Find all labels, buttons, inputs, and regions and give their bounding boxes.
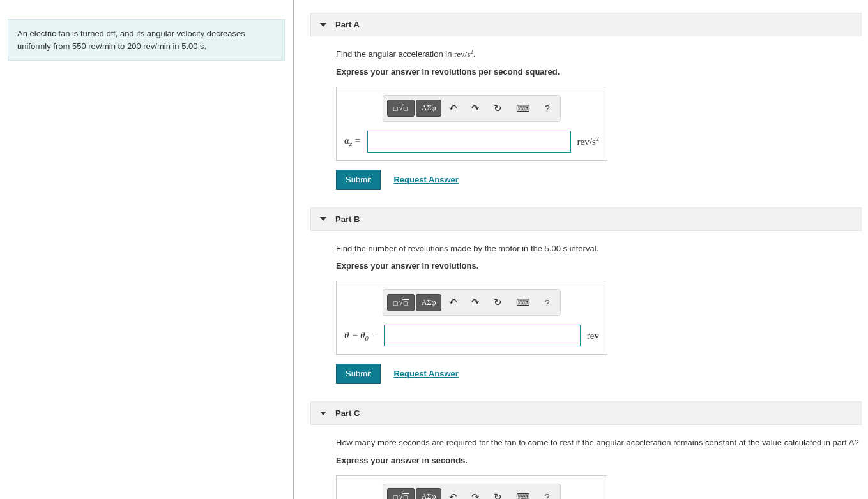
submit-button[interactable]: Submit (336, 170, 381, 190)
part-a-input[interactable] (367, 131, 571, 153)
greek-button[interactable]: ΑΣφ (416, 488, 442, 499)
chevron-down-icon (320, 412, 326, 415)
part-b: Part B Find the number of revolutions ma… (310, 207, 862, 384)
keyboard-button[interactable]: ⌨ (510, 294, 537, 311)
request-answer-link[interactable]: Request Answer (393, 175, 458, 184)
help-button[interactable]: ? (538, 294, 556, 311)
part-b-title: Part B (335, 214, 360, 224)
part-c-header[interactable]: Part C (310, 401, 862, 425)
part-b-unit: rev (587, 331, 599, 341)
part-b-header[interactable]: Part B (310, 207, 862, 231)
part-a-question: Find the angular acceleration in rev/s2. (336, 48, 862, 61)
part-a-title: Part A (335, 20, 360, 29)
templates-button[interactable]: ▢√▢ (387, 294, 415, 311)
part-c-instruction: Express your answer in seconds. (336, 456, 862, 465)
parts-panel: Part A Find the angular acceleration in … (294, 0, 868, 499)
redo-button[interactable]: ↷ (465, 488, 486, 499)
part-b-question: Find the number of revolutions made by t… (336, 242, 862, 255)
part-b-instruction: Express your answer in revolutions. (336, 261, 862, 271)
reset-button[interactable]: ↻ (487, 488, 508, 499)
greek-button[interactable]: ΑΣφ (416, 294, 442, 311)
chevron-down-icon (320, 217, 326, 221)
part-c-title: Part C (335, 408, 360, 418)
reset-button[interactable]: ↻ (487, 100, 508, 117)
part-c-question: How many more seconds are required for t… (336, 436, 862, 449)
keyboard-button[interactable]: ⌨ (510, 488, 537, 499)
help-button[interactable]: ? (538, 100, 556, 117)
part-a-answer-box: ▢√▢ ΑΣφ ↶ ↷ ↻ ⌨ ? αz = rev/s2 (336, 87, 607, 161)
submit-button[interactable]: Submit (336, 364, 381, 384)
undo-button[interactable]: ↶ (443, 100, 464, 117)
part-b-input[interactable] (384, 325, 581, 346)
part-b-variable: θ − θ0 = (344, 330, 377, 342)
part-a-instruction: Express your answer in revolutions per s… (336, 67, 862, 77)
undo-button[interactable]: ↶ (443, 294, 464, 311)
equation-toolbar: ▢√▢ ΑΣφ ↶ ↷ ↻ ⌨ ? (383, 484, 561, 499)
part-b-answer-box: ▢√▢ ΑΣφ ↶ ↷ ↻ ⌨ ? θ − θ0 = rev (336, 281, 607, 355)
chevron-down-icon (320, 23, 326, 27)
problem-panel: An electric fan is turned off, and its a… (0, 0, 294, 499)
greek-button[interactable]: ΑΣφ (416, 100, 442, 117)
undo-button[interactable]: ↶ (443, 488, 464, 499)
equation-toolbar: ▢√▢ ΑΣφ ↶ ↷ ↻ ⌨ ? (383, 95, 561, 122)
reset-button[interactable]: ↻ (487, 294, 508, 311)
help-button[interactable]: ? (538, 488, 556, 499)
templates-button[interactable]: ▢√▢ (387, 100, 415, 117)
redo-button[interactable]: ↷ (465, 100, 486, 117)
part-a: Part A Find the angular acceleration in … (310, 13, 862, 190)
part-a-header[interactable]: Part A (310, 13, 862, 36)
equation-toolbar: ▢√▢ ΑΣφ ↶ ↷ ↻ ⌨ ? (383, 289, 561, 316)
part-c-answer-box: ▢√▢ ΑΣφ ↶ ↷ ↻ ⌨ ? (336, 475, 607, 499)
problem-statement: An electric fan is turned off, and its a… (8, 19, 285, 61)
redo-button[interactable]: ↷ (465, 294, 486, 311)
keyboard-button[interactable]: ⌨ (510, 100, 537, 117)
problem-text: An electric fan is turned off, and its a… (17, 29, 245, 51)
part-a-variable: αz = (344, 135, 361, 147)
templates-button[interactable]: ▢√▢ (387, 488, 415, 499)
request-answer-link[interactable]: Request Answer (393, 369, 458, 378)
part-c: Part C How many more seconds are require… (310, 401, 862, 499)
part-a-unit: rev/s2 (577, 135, 599, 147)
